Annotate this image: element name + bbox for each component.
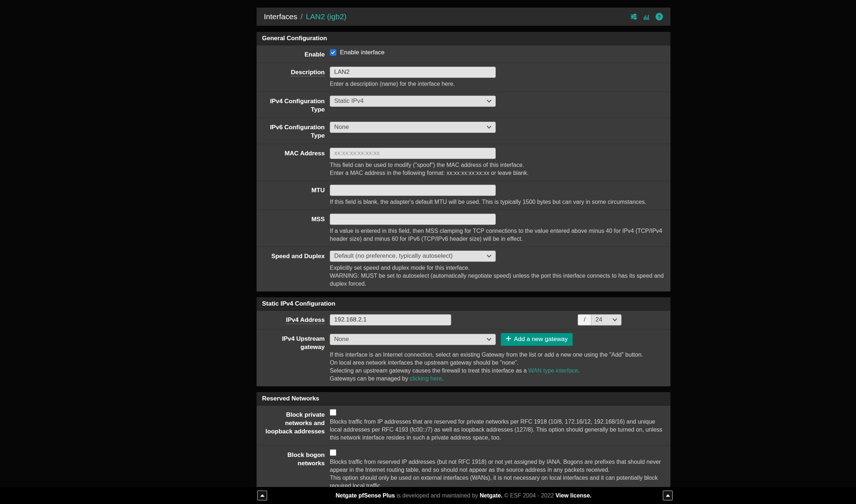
- panel-general-configuration: General Configuration Enable Enable inte…: [257, 32, 670, 291]
- chevron-down-icon: [487, 252, 491, 260]
- subnet-mask-select[interactable]: 24: [591, 314, 622, 326]
- panel-title: Static IPv4 Configuration: [257, 297, 670, 311]
- row-ipv4-configuration-type: IPv4 Configuration Type Static IPv4: [257, 92, 670, 118]
- mss-input[interactable]: [330, 214, 496, 225]
- block-private-networks-label: Block private networks and loopback addr…: [257, 409, 325, 442]
- speed-duplex-help: Explicitly set speed and duplex mode for…: [330, 264, 667, 288]
- mtu-label: MTU: [257, 185, 325, 206]
- enable-interface-checkbox-label: Enable interface: [340, 49, 385, 56]
- mac-address-help: This field can be used to modify ("spoof…: [330, 161, 667, 177]
- enable-label: Enable: [257, 49, 325, 59]
- breadcrumb-bar: Interfaces / LAN2 (igb2): [257, 8, 670, 26]
- row-ipv4-address: IPv4 Address / 24: [257, 311, 670, 329]
- mss-help: If a value is entered in this field, the…: [330, 227, 667, 243]
- chevron-down-icon: [612, 316, 617, 323]
- ipv4-address-label: IPv4 Address: [257, 314, 325, 326]
- chevron-down-icon: [487, 336, 491, 343]
- ipv4-configuration-type-select[interactable]: Static IPv4: [330, 96, 496, 107]
- footer: Netgate pfSense Plus is developed and ma…: [0, 487, 856, 504]
- row-ipv6-configuration-type: IPv6 Configuration Type None: [257, 118, 670, 144]
- subnet-mask-group: / 24: [578, 314, 622, 326]
- block-private-networks-checkbox[interactable]: [330, 409, 336, 416]
- description-input[interactable]: [330, 67, 496, 78]
- row-description: Description Enter a description (name) f…: [257, 63, 670, 92]
- help-icon[interactable]: ?: [655, 13, 663, 21]
- add-new-gateway-button[interactable]: Add a new gateway: [501, 333, 573, 346]
- panel-static-ipv4-configuration: Static IPv4 Configuration IPv4 Address /…: [257, 297, 670, 386]
- ipv4-upstream-gateway-label: IPv4 Upstream gateway: [257, 333, 325, 383]
- ipv6-type-label: IPv6 Configuration Type: [257, 122, 325, 140]
- panel-title: Reserved Networks: [257, 392, 670, 406]
- panel-reserved-networks: Reserved Networks Block private networks…: [257, 392, 670, 501]
- chevron-down-icon: [487, 97, 491, 105]
- mac-address-input[interactable]: [330, 148, 496, 159]
- row-mtu: MTU If this field is blank, the adapter'…: [257, 181, 670, 210]
- sliders-icon[interactable]: [630, 13, 638, 20]
- mask-separator: /: [578, 314, 591, 326]
- ipv6-configuration-type-select[interactable]: None: [330, 122, 496, 133]
- ipv4-upstream-gateway-select[interactable]: None: [330, 334, 496, 345]
- triangle-up-icon: [666, 494, 670, 497]
- plus-icon: [506, 336, 511, 343]
- mac-address-label: MAC Address: [257, 148, 325, 177]
- speed-duplex-select[interactable]: Default (no preference, typically autose…: [330, 251, 496, 262]
- row-enable: Enable Enable interface: [257, 45, 670, 63]
- view-license-link[interactable]: View license.: [556, 492, 591, 499]
- page: Interfaces / LAN2 (igb2): [0, 0, 856, 504]
- wan-type-interface-link[interactable]: WAN type interface: [528, 368, 578, 374]
- row-block-private-networks: Block private networks and loopback addr…: [257, 406, 670, 446]
- block-bogon-networks-checkbox[interactable]: [330, 449, 336, 456]
- footer-company: Netgate.: [480, 492, 503, 499]
- speed-duplex-label: Speed and Duplex: [257, 251, 325, 288]
- mtu-input[interactable]: [330, 185, 496, 196]
- ipv4-type-label: IPv4 Configuration Type: [257, 96, 325, 114]
- breadcrumb-section[interactable]: Interfaces: [264, 12, 297, 21]
- clicking-here-link[interactable]: clicking here: [410, 375, 442, 382]
- chevron-down-icon: [487, 123, 491, 131]
- block-private-networks-help: Blocks traffic from IP addresses that ar…: [330, 418, 667, 442]
- mss-label: MSS: [257, 214, 325, 243]
- panel-title: General Configuration: [257, 32, 670, 45]
- breadcrumb: Interfaces / LAN2 (igb2): [264, 12, 346, 21]
- footer-brand: Netgate pfSense Plus: [336, 492, 395, 499]
- description-label: Description: [257, 67, 325, 88]
- main-content: Interfaces / LAN2 (igb2): [257, 8, 670, 504]
- description-help: Enter a description (name) for the inter…: [330, 80, 667, 88]
- row-mac-address: MAC Address This field can be used to mo…: [257, 144, 670, 181]
- breadcrumb-separator: /: [300, 12, 303, 21]
- row-speed-and-duplex: Speed and Duplex Default (no preference,…: [257, 247, 670, 291]
- row-ipv4-upstream-gateway: IPv4 Upstream gateway None: [257, 329, 670, 386]
- header-icons: ?: [630, 13, 663, 21]
- footer-text: Netgate pfSense Plus is developed and ma…: [257, 487, 670, 504]
- ipv4-address-input[interactable]: [330, 314, 451, 326]
- mtu-help: If this field is blank, the adapter's de…: [330, 198, 667, 206]
- enable-interface-checkbox[interactable]: [330, 49, 336, 56]
- ipv4-upstream-gateway-help: If this interface is an Internet connect…: [330, 351, 667, 383]
- scroll-to-top-button[interactable]: [663, 491, 673, 500]
- row-mss: MSS If a value is entered in this field,…: [257, 210, 670, 247]
- bar-chart-icon[interactable]: [643, 13, 651, 20]
- svg-text:?: ?: [658, 14, 661, 20]
- breadcrumb-page-title: LAN2 (igb2): [306, 12, 346, 21]
